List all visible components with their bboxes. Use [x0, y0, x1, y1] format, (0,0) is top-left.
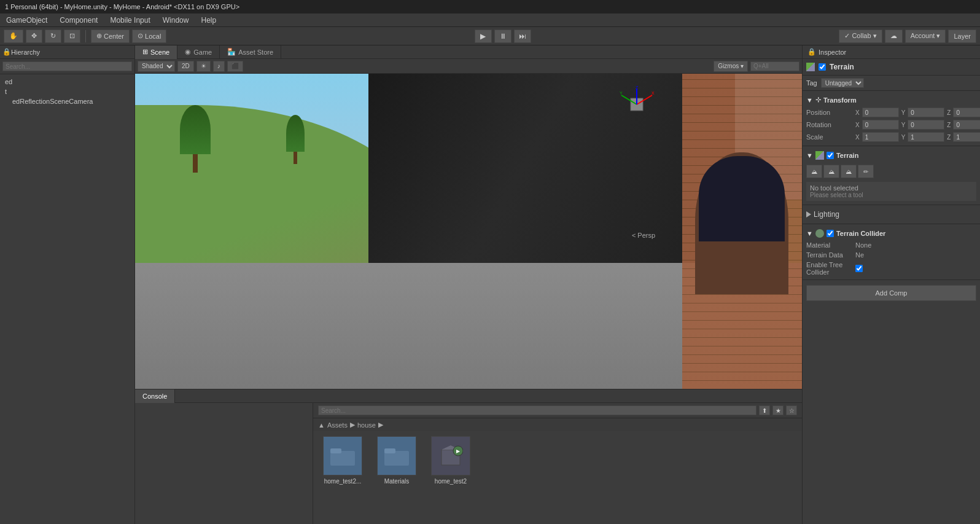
asset-home-test2-folder[interactable]: home_test2...: [318, 436, 367, 485]
inspector-panel: 🔒 Inspector Terrain Tag Untagged ▼ ⊹ Tra…: [802, 45, 980, 524]
assets-action-btn-1[interactable]: ⬆: [759, 405, 770, 415]
transform-icon: ⊹: [815, 96, 821, 104]
asset-materials-folder[interactable]: Materials: [372, 436, 421, 485]
terrain-component-header[interactable]: ▼ Terrain: [806, 149, 976, 162]
hand-tool-btn[interactable]: ✋: [4, 29, 23, 43]
inspector-object-row: Terrain: [803, 59, 980, 76]
material-row: Material None: [806, 240, 976, 250]
separator-1: [85, 30, 86, 42]
tree-left: [155, 105, 235, 263]
tab-console[interactable]: Console: [135, 389, 175, 403]
breadcrumb-assets[interactable]: Assets: [327, 421, 348, 429]
breadcrumb-sep2: ▶: [378, 421, 383, 429]
lighting-header[interactable]: Lighting: [806, 208, 976, 221]
shading-select[interactable]: Shaded: [138, 61, 175, 72]
hierarchy-search[interactable]: [2, 61, 132, 71]
scene-tabs: ⊞ Scene ◉ Game 🏪 Asset Store: [135, 45, 802, 59]
rotation-y-input[interactable]: [908, 120, 944, 130]
tag-label: Tag: [806, 79, 817, 87]
scene-background: < Persp X Y Z: [135, 74, 802, 389]
tab-game[interactable]: ◉ Game: [177, 45, 220, 59]
scene-viewport: < Persp X Y Z: [135, 74, 802, 389]
hier-item-t[interactable]: t: [2, 87, 132, 96]
scale-y-input[interactable]: [908, 132, 944, 142]
terrain-tool-paint[interactable]: ⛰: [823, 165, 839, 178]
hierarchy-title: Hierarchy: [11, 49, 40, 56]
audio-btn[interactable]: ♪: [213, 61, 225, 72]
terrain-data-value: Ne: [855, 251, 864, 259]
menu-window[interactable]: Window: [160, 15, 192, 26]
scene-search-input[interactable]: [750, 61, 799, 71]
scale-tool-btn[interactable]: ⊡: [64, 29, 80, 43]
collider-enabled-checkbox[interactable]: [826, 230, 834, 237]
account-btn[interactable]: Account ▾: [905, 29, 946, 43]
position-x-label: X: [855, 109, 860, 116]
position-z-label: Z: [947, 109, 951, 116]
assets-action-btn-3[interactable]: ☆: [786, 405, 797, 415]
enable-tree-label: Enable Tree Collider: [806, 261, 855, 276]
terrain-component-icon: [815, 151, 824, 160]
move-tool-btn[interactable]: ✥: [26, 29, 42, 43]
breadcrumb-up-btn[interactable]: ▲: [318, 421, 325, 429]
game-icon: ◉: [185, 48, 191, 56]
collider-icon: [815, 229, 824, 238]
center-btn[interactable]: ⊕ Center: [91, 29, 130, 43]
tag-select[interactable]: Untagged: [821, 78, 864, 88]
assets-grid: home_test2...: [313, 431, 802, 524]
local-btn[interactable]: ⊙ Local: [132, 29, 166, 43]
position-z-input[interactable]: [953, 108, 980, 117]
terrain-collider-header[interactable]: ▼ Terrain Collider: [806, 227, 976, 240]
position-x-input[interactable]: [862, 108, 899, 117]
hier-item-ed[interactable]: ed: [2, 77, 132, 87]
layer-btn[interactable]: Layer: [948, 29, 976, 43]
lighting-title: Lighting: [814, 210, 839, 219]
cloud-btn[interactable]: ☁: [885, 29, 903, 43]
rotation-x-input[interactable]: [862, 120, 899, 130]
light-btn[interactable]: ☀: [196, 61, 211, 72]
svg-text:▶: ▶: [456, 448, 461, 454]
add-component-btn[interactable]: Add Comp: [806, 285, 976, 301]
asset-home-test2-model[interactable]: ▶ home_test2: [426, 436, 475, 485]
rotation-z-input[interactable]: [953, 120, 980, 130]
fx-btn[interactable]: ⬛: [227, 61, 243, 72]
menu-mobile-input[interactable]: Mobile Input: [107, 15, 152, 26]
menu-gameobject[interactable]: GameObject: [4, 15, 50, 26]
menu-help[interactable]: Help: [198, 15, 219, 26]
terrain-tool-raise[interactable]: ⛰: [806, 165, 822, 178]
transform-title: Transform: [823, 96, 857, 104]
material-label: Material: [806, 241, 855, 249]
tab-asset-store[interactable]: 🏪 Asset Store: [220, 45, 281, 59]
play-btn[interactable]: ▶: [475, 29, 492, 43]
rotation-value: X Y Z: [855, 120, 980, 130]
main-layout: 🔒 Hierarchy ed t edReflectionSceneCamera…: [0, 45, 980, 524]
object-active-checkbox[interactable]: [819, 63, 826, 71]
step-btn[interactable]: ⏭: [514, 29, 531, 43]
collab-btn[interactable]: ✓ Collab ▾: [839, 29, 882, 43]
terrain-component-title: Terrain: [836, 152, 858, 159]
breadcrumb-house[interactable]: house: [357, 421, 376, 429]
scale-z-input[interactable]: [953, 132, 980, 142]
rotation-label: Rotation: [806, 121, 855, 128]
gizmos-btn[interactable]: Gizmos ▾: [714, 61, 748, 72]
terrain-tool-pencil[interactable]: ✏: [858, 165, 874, 178]
2d-btn[interactable]: 2D: [177, 61, 194, 72]
scale-x-input[interactable]: [862, 132, 899, 142]
assets-search-input[interactable]: [318, 405, 756, 415]
terrain-tool-smooth[interactable]: ⛰: [841, 165, 857, 178]
tag-layer-row: Tag Untagged: [803, 76, 980, 91]
hierarchy-content: ed t edReflectionSceneCamera: [0, 74, 134, 524]
assets-action-btn-2[interactable]: ★: [772, 405, 784, 415]
enable-tree-checkbox[interactable]: [855, 265, 863, 272]
position-y-input[interactable]: [908, 108, 944, 117]
transform-header[interactable]: ▼ ⊹ Transform: [806, 93, 976, 106]
asset-store-icon: 🏪: [227, 48, 236, 56]
menu-component[interactable]: Component: [57, 15, 100, 26]
position-row: Position X Y Z: [806, 106, 976, 119]
terrain-enabled-checkbox[interactable]: [826, 152, 834, 159]
hier-item-reflection[interactable]: edReflectionSceneCamera: [2, 96, 132, 106]
titlebar: 1 Personal (64bit) - MyHome.unity - MyHo…: [0, 0, 980, 14]
rotate-tool-btn[interactable]: ↻: [45, 29, 61, 43]
svg-rect-8: [330, 448, 341, 453]
pause-btn[interactable]: ⏸: [494, 29, 511, 43]
tab-scene[interactable]: ⊞ Scene: [135, 45, 177, 59]
